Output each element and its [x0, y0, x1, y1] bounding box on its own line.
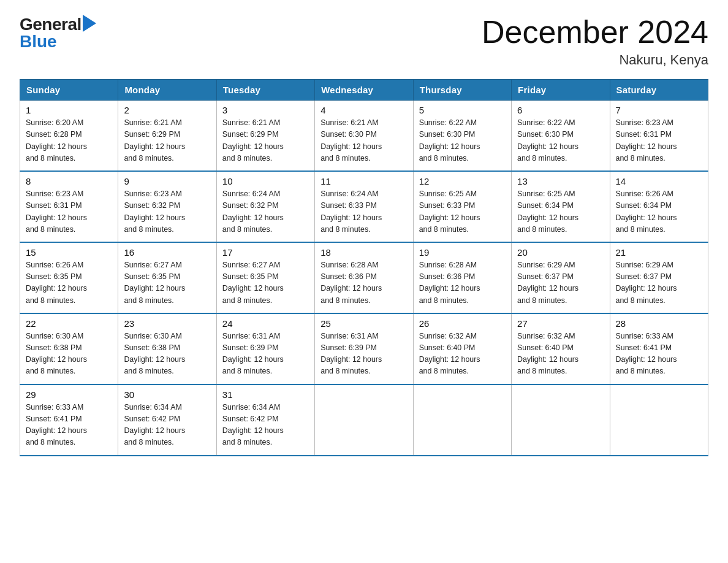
day-number: 22: [26, 318, 112, 329]
col-saturday: Saturday: [610, 80, 708, 101]
day-number: 16: [124, 247, 210, 258]
calendar-cell: 18Sunrise: 6:28 AMSunset: 6:36 PMDayligh…: [315, 242, 413, 313]
day-info: Sunrise: 6:30 AMSunset: 6:38 PMDaylight:…: [124, 331, 210, 378]
calendar-cell: 2Sunrise: 6:21 AMSunset: 6:29 PMDaylight…: [118, 101, 216, 171]
day-number: 23: [124, 318, 210, 329]
calendar-cell: 11Sunrise: 6:24 AMSunset: 6:33 PMDayligh…: [315, 171, 413, 242]
col-monday: Monday: [118, 80, 216, 101]
calendar-cell: 4Sunrise: 6:21 AMSunset: 6:30 PMDaylight…: [315, 101, 413, 171]
day-number: 27: [517, 318, 604, 329]
day-info: Sunrise: 6:25 AMSunset: 6:33 PMDaylight:…: [419, 188, 506, 236]
day-info: Sunrise: 6:29 AMSunset: 6:37 PMDaylight:…: [616, 259, 702, 307]
calendar-cell: 21Sunrise: 6:29 AMSunset: 6:37 PMDayligh…: [610, 242, 708, 313]
week-row-1: 1Sunrise: 6:20 AMSunset: 6:28 PMDaylight…: [20, 101, 708, 171]
calendar-cell: [610, 385, 708, 456]
calendar-cell: 19Sunrise: 6:28 AMSunset: 6:36 PMDayligh…: [413, 242, 511, 313]
week-row-5: 29Sunrise: 6:33 AMSunset: 6:41 PMDayligh…: [20, 385, 708, 456]
day-info: Sunrise: 6:21 AMSunset: 6:29 PMDaylight:…: [124, 117, 210, 164]
day-info: Sunrise: 6:23 AMSunset: 6:31 PMDaylight:…: [616, 117, 702, 164]
day-info: Sunrise: 6:29 AMSunset: 6:37 PMDaylight:…: [517, 259, 604, 307]
calendar-cell: 13Sunrise: 6:25 AMSunset: 6:34 PMDayligh…: [512, 171, 610, 242]
calendar-cell: 8Sunrise: 6:23 AMSunset: 6:31 PMDaylight…: [20, 171, 118, 242]
calendar-cell: 22Sunrise: 6:30 AMSunset: 6:38 PMDayligh…: [20, 313, 118, 385]
day-number: 28: [616, 318, 702, 329]
day-number: 14: [616, 176, 702, 186]
day-info: Sunrise: 6:26 AMSunset: 6:35 PMDaylight:…: [26, 259, 112, 307]
calendar-table: Sunday Monday Tuesday Wednesday Thursday…: [20, 79, 708, 456]
calendar-cell: 6Sunrise: 6:22 AMSunset: 6:30 PMDaylight…: [512, 101, 610, 171]
day-info: Sunrise: 6:34 AMSunset: 6:42 PMDaylight:…: [124, 402, 210, 449]
calendar-subtitle: Nakuru, Kenya: [482, 52, 708, 68]
calendar-cell: 25Sunrise: 6:31 AMSunset: 6:39 PMDayligh…: [315, 313, 413, 385]
day-number: 9: [124, 176, 210, 186]
calendar-cell: 7Sunrise: 6:23 AMSunset: 6:31 PMDaylight…: [610, 101, 708, 171]
day-number: 21: [616, 247, 702, 258]
day-info: Sunrise: 6:21 AMSunset: 6:29 PMDaylight:…: [222, 117, 309, 164]
calendar-cell: [315, 385, 413, 456]
col-tuesday: Tuesday: [216, 80, 314, 101]
day-number: 13: [517, 176, 604, 186]
logo-arrow-icon: [83, 15, 96, 32]
day-info: Sunrise: 6:31 AMSunset: 6:39 PMDaylight:…: [222, 331, 309, 378]
day-info: Sunrise: 6:32 AMSunset: 6:40 PMDaylight:…: [517, 331, 604, 378]
day-info: Sunrise: 6:30 AMSunset: 6:38 PMDaylight:…: [26, 331, 112, 378]
day-number: 19: [419, 247, 506, 258]
day-number: 2: [124, 105, 210, 115]
day-info: Sunrise: 6:24 AMSunset: 6:33 PMDaylight:…: [320, 188, 407, 236]
day-info: Sunrise: 6:22 AMSunset: 6:30 PMDaylight:…: [517, 117, 604, 164]
calendar-cell: 28Sunrise: 6:33 AMSunset: 6:41 PMDayligh…: [610, 313, 708, 385]
calendar-cell: 23Sunrise: 6:30 AMSunset: 6:38 PMDayligh…: [118, 313, 216, 385]
day-number: 18: [320, 247, 407, 258]
day-info: Sunrise: 6:33 AMSunset: 6:41 PMDaylight:…: [616, 331, 702, 378]
calendar-cell: 31Sunrise: 6:34 AMSunset: 6:42 PMDayligh…: [216, 385, 314, 456]
day-info: Sunrise: 6:25 AMSunset: 6:34 PMDaylight:…: [517, 188, 604, 236]
calendar-cell: 30Sunrise: 6:34 AMSunset: 6:42 PMDayligh…: [118, 385, 216, 456]
calendar-cell: 20Sunrise: 6:29 AMSunset: 6:37 PMDayligh…: [512, 242, 610, 313]
calendar-cell: 10Sunrise: 6:24 AMSunset: 6:32 PMDayligh…: [216, 171, 314, 242]
calendar-cell: 17Sunrise: 6:27 AMSunset: 6:35 PMDayligh…: [216, 242, 314, 313]
day-number: 7: [616, 105, 702, 115]
calendar-cell: 9Sunrise: 6:23 AMSunset: 6:32 PMDaylight…: [118, 171, 216, 242]
day-info: Sunrise: 6:20 AMSunset: 6:28 PMDaylight:…: [26, 117, 112, 164]
logo-general-text: General: [20, 16, 82, 33]
day-number: 6: [517, 105, 604, 115]
calendar-cell: 26Sunrise: 6:32 AMSunset: 6:40 PMDayligh…: [413, 313, 511, 385]
calendar-cell: [413, 385, 511, 456]
day-number: 31: [222, 389, 309, 400]
page-header: General Blue December 2024 Nakuru, Kenya: [20, 15, 708, 68]
day-number: 1: [26, 105, 112, 115]
logo: General Blue: [20, 15, 96, 52]
day-number: 15: [26, 247, 112, 258]
day-info: Sunrise: 6:26 AMSunset: 6:34 PMDaylight:…: [616, 188, 702, 236]
day-info: Sunrise: 6:23 AMSunset: 6:32 PMDaylight:…: [124, 188, 210, 236]
calendar-cell: 16Sunrise: 6:27 AMSunset: 6:35 PMDayligh…: [118, 242, 216, 313]
calendar-header-row: Sunday Monday Tuesday Wednesday Thursday…: [20, 80, 708, 101]
day-info: Sunrise: 6:34 AMSunset: 6:42 PMDaylight:…: [222, 402, 309, 449]
calendar-cell: 27Sunrise: 6:32 AMSunset: 6:40 PMDayligh…: [512, 313, 610, 385]
day-info: Sunrise: 6:33 AMSunset: 6:41 PMDaylight:…: [26, 402, 112, 449]
day-info: Sunrise: 6:23 AMSunset: 6:31 PMDaylight:…: [26, 188, 112, 236]
day-number: 20: [517, 247, 604, 258]
day-number: 24: [222, 318, 309, 329]
calendar-cell: 5Sunrise: 6:22 AMSunset: 6:30 PMDaylight…: [413, 101, 511, 171]
col-friday: Friday: [512, 80, 610, 101]
day-info: Sunrise: 6:22 AMSunset: 6:30 PMDaylight:…: [419, 117, 506, 164]
day-info: Sunrise: 6:28 AMSunset: 6:36 PMDaylight:…: [419, 259, 506, 307]
calendar-cell: 3Sunrise: 6:21 AMSunset: 6:29 PMDaylight…: [216, 101, 314, 171]
day-info: Sunrise: 6:27 AMSunset: 6:35 PMDaylight:…: [222, 259, 309, 307]
day-number: 29: [26, 389, 112, 400]
day-number: 10: [222, 176, 309, 186]
calendar-cell: 1Sunrise: 6:20 AMSunset: 6:28 PMDaylight…: [20, 101, 118, 171]
day-number: 12: [419, 176, 506, 186]
col-sunday: Sunday: [20, 80, 118, 101]
day-info: Sunrise: 6:32 AMSunset: 6:40 PMDaylight:…: [419, 331, 506, 378]
day-number: 3: [222, 105, 309, 115]
calendar-cell: 29Sunrise: 6:33 AMSunset: 6:41 PMDayligh…: [20, 385, 118, 456]
calendar-title: December 2024: [482, 15, 708, 50]
svg-marker-0: [83, 15, 96, 32]
day-info: Sunrise: 6:27 AMSunset: 6:35 PMDaylight:…: [124, 259, 210, 307]
day-info: Sunrise: 6:21 AMSunset: 6:30 PMDaylight:…: [320, 117, 407, 164]
day-number: 4: [320, 105, 407, 115]
logo-blue-text: Blue: [20, 32, 57, 52]
day-number: 30: [124, 389, 210, 400]
